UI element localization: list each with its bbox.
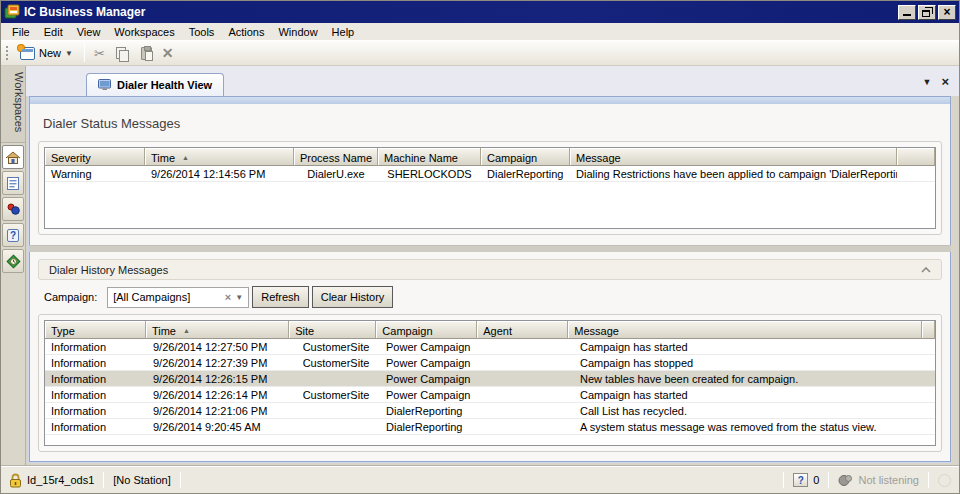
table-cell: 9/26/2014 12:26:14 PM [147, 389, 292, 401]
clear-selection-icon[interactable]: × [221, 291, 235, 303]
close-button[interactable]: × [938, 5, 956, 20]
column-header-time[interactable]: Time▲ [145, 148, 294, 166]
table-row[interactable]: Warning9/26/2014 12:14:56 PMDialerU.exeS… [45, 166, 935, 182]
table-cell: Power Campaign [380, 389, 482, 401]
sidebar-item-help[interactable]: ? [2, 223, 24, 247]
copy-icon [116, 47, 128, 60]
menu-item-help[interactable]: Help [325, 24, 362, 40]
column-header-machine-name[interactable]: Machine Name [378, 148, 481, 166]
column-header-message[interactable]: Message [570, 148, 897, 166]
copy-button[interactable] [111, 44, 133, 63]
campaign-combobox-value: [All Campaigns] [113, 291, 221, 303]
dialer-health-view-panel: Dialer Status Messages SeverityTime▲Proc… [29, 96, 951, 462]
table-row[interactable]: Information9/26/2014 9:20:45 AMDialerRep… [45, 419, 935, 435]
menu-item-actions[interactable]: Actions [221, 24, 271, 40]
table-row[interactable]: Information9/26/2014 12:21:06 PMDialerRe… [45, 403, 935, 419]
menu-item-file[interactable]: File [5, 24, 37, 40]
table-cell: A system status message was removed from… [574, 421, 932, 433]
table-cell: 9/26/2014 12:21:06 PM [147, 405, 292, 417]
sidebar-item-home[interactable] [2, 145, 24, 169]
help-icon: ? [6, 228, 20, 243]
menu-item-tools[interactable]: Tools [182, 24, 222, 40]
minimize-button[interactable] [898, 5, 916, 20]
column-header-campaign[interactable]: Campaign [481, 148, 570, 166]
table-cell: 9/26/2014 9:20:45 AM [147, 421, 292, 433]
menu-item-edit[interactable]: Edit [37, 24, 70, 40]
table-cell: DialerReporting [380, 421, 482, 433]
column-header-agent[interactable]: Agent [477, 321, 568, 339]
statusbar-separator [103, 472, 104, 488]
sidebar-item-tracker[interactable] [2, 249, 24, 273]
status-messages-groupbox: SeverityTime▲Process NameMachine NameCam… [38, 141, 942, 235]
tab-list-dropdown-icon[interactable]: ▼ [922, 77, 931, 87]
delete-button[interactable]: ✕ [160, 45, 176, 61]
column-header-message[interactable]: Message [568, 321, 922, 339]
new-button[interactable]: New ▼ [15, 44, 78, 63]
status-messages-table: SeverityTime▲Process NameMachine NameCam… [44, 147, 936, 229]
campaign-combobox[interactable]: [All Campaigns] × ▼ [107, 287, 249, 308]
toolbar: New ▼ ✂ ✕ [1, 41, 959, 66]
table-cell: SHERLOCKODS [378, 168, 481, 180]
tab-dialer-health-view[interactable]: Dialer Health View [86, 73, 224, 96]
statusbar-separator [783, 472, 784, 488]
table-header-row: TypeTime▲SiteCampaignAgentMessage [45, 321, 935, 339]
paste-button[interactable] [136, 44, 157, 63]
menu-item-workspaces[interactable]: Workspaces [107, 24, 181, 40]
tabstrip-controls: ▼ × [922, 74, 949, 89]
table-cell: Information [45, 421, 147, 433]
collapse-chevron-icon[interactable] [921, 267, 931, 273]
status-section-title: Dialer Status Messages [43, 116, 942, 131]
column-header-process-name[interactable]: Process Name [294, 148, 378, 166]
new-button-label: New [39, 47, 61, 59]
toolbar-grip[interactable] [5, 45, 9, 61]
column-header-time[interactable]: Time▲ [146, 321, 289, 339]
workspace: Workspaces [1, 66, 959, 466]
monitor-icon [98, 79, 112, 91]
statusbar-separator [828, 472, 829, 488]
column-header-severity[interactable]: Severity [45, 148, 145, 166]
restore-button[interactable] [918, 5, 936, 20]
column-header-site[interactable]: Site [289, 321, 376, 339]
lock-icon [9, 473, 22, 488]
refresh-button[interactable]: Refresh [252, 286, 309, 308]
close-view-icon[interactable]: × [941, 74, 949, 89]
table-row[interactable]: Information9/26/2014 12:27:39 PMCustomer… [45, 355, 935, 371]
cut-button[interactable]: ✂ [91, 45, 108, 62]
new-dropdown-arrow-icon[interactable]: ▼ [65, 49, 73, 58]
column-header-label: Time [151, 152, 175, 164]
sidebar-item-reports[interactable] [2, 171, 24, 195]
sidebar-item-people[interactable] [2, 197, 24, 221]
section-splitter[interactable] [29, 245, 951, 252]
view-top-strip [30, 97, 950, 104]
paste-icon [141, 47, 152, 60]
report-icon [6, 176, 20, 191]
table-cell: Power Campaign [380, 341, 482, 353]
table-cell: CustomerSite [292, 341, 380, 353]
column-header-campaign[interactable]: Campaign [376, 321, 477, 339]
column-header-label: Campaign [487, 152, 537, 164]
menu-item-window[interactable]: Window [271, 24, 324, 40]
history-section-header[interactable]: Dialer History Messages [38, 259, 942, 280]
column-header-label: Severity [51, 152, 91, 164]
status-bar: Id_15r4_ods1 [No Station] ? 0 Not listen… [1, 466, 959, 493]
table-row[interactable]: Information9/26/2014 12:26:14 PMCustomer… [45, 387, 935, 403]
listening-status-text: Not listening [858, 474, 919, 486]
notifications-indicator[interactable]: ? 0 [793, 473, 819, 487]
table-cell: 9/26/2014 12:14:56 PM [145, 168, 294, 180]
app-window: IC Business Manager × FileEditViewWorksp… [0, 0, 960, 494]
workspaces-vertical-tab[interactable]: Workspaces [1, 66, 25, 143]
minimize-icon [903, 13, 911, 16]
table-row[interactable]: Information9/26/2014 12:26:15 PMPower Ca… [45, 371, 935, 387]
table-cell: Campaign has started [574, 389, 932, 401]
table-cell: Power Campaign [380, 357, 482, 369]
column-header-label: Time [152, 325, 176, 337]
column-header-label: Site [295, 325, 314, 337]
help-badge-icon: ? [793, 473, 808, 487]
column-header-type[interactable]: Type [45, 321, 146, 339]
menu-item-view[interactable]: View [70, 24, 108, 40]
table-cell: Call List has recycled. [574, 405, 932, 417]
combobox-dropdown-icon[interactable]: ▼ [235, 293, 243, 302]
table-row[interactable]: Information9/26/2014 12:27:50 PMCustomer… [45, 339, 935, 355]
app-icon [4, 4, 20, 20]
clear-history-button[interactable]: Clear History [312, 286, 394, 308]
